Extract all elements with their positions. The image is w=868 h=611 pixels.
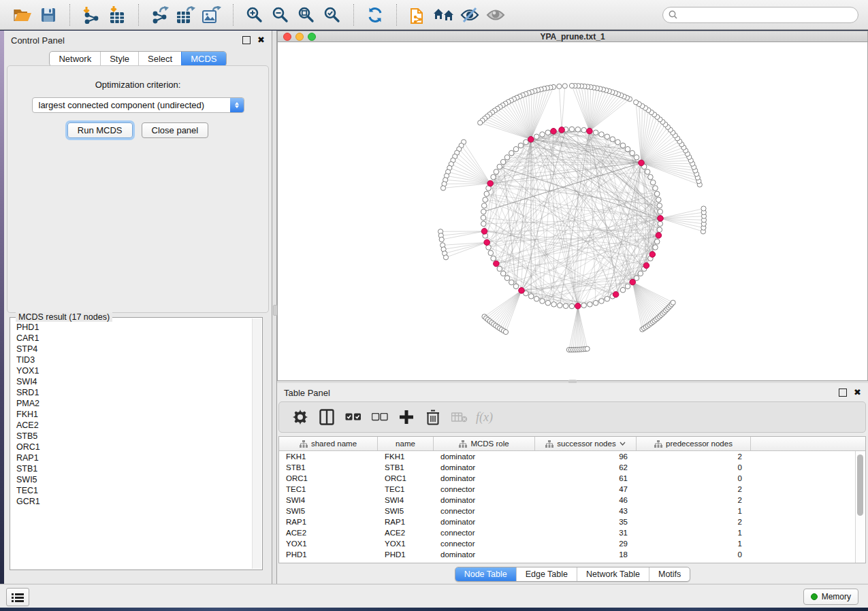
table-cell[interactable]: PHD1 bbox=[378, 550, 434, 559]
delete-table-icon[interactable] bbox=[449, 406, 470, 428]
tab-select[interactable]: Select bbox=[138, 52, 181, 66]
table-cell[interactable]: dominator bbox=[434, 463, 535, 472]
vertical-splitter[interactable] bbox=[272, 31, 277, 584]
search-input[interactable] bbox=[681, 8, 858, 22]
mcds-result-item[interactable]: STB1 bbox=[16, 463, 252, 474]
import-table-icon[interactable] bbox=[104, 3, 130, 27]
table-row[interactable]: ORC1ORC1dominator610 bbox=[279, 473, 856, 484]
zoom-selected-icon[interactable] bbox=[319, 3, 345, 27]
tab-network-table[interactable]: Network Table bbox=[577, 567, 649, 581]
table-cell[interactable]: dominator bbox=[434, 452, 535, 461]
zoom-fit-icon[interactable] bbox=[293, 3, 319, 27]
table-cell[interactable]: SWI4 bbox=[279, 496, 378, 504]
table-cell[interactable]: dominator bbox=[434, 550, 535, 559]
column-header-successor-nodes[interactable]: successor nodes bbox=[535, 437, 637, 450]
delete-column-icon[interactable] bbox=[423, 406, 443, 428]
table-scrollbar[interactable] bbox=[855, 451, 865, 563]
mcds-result-item[interactable]: STB5 bbox=[16, 431, 252, 442]
table-cell[interactable]: 29 bbox=[535, 540, 637, 548]
table-cell[interactable]: 0 bbox=[637, 463, 751, 472]
table-cell[interactable]: 2 bbox=[637, 496, 751, 504]
table-cell[interactable]: ORC1 bbox=[378, 474, 434, 482]
table-cell[interactable]: connector bbox=[434, 485, 535, 493]
mcds-result-item[interactable]: YOX1 bbox=[16, 365, 252, 376]
hide-graphics-details-icon[interactable] bbox=[457, 3, 483, 27]
run-mcds-button[interactable]: Run MCDS bbox=[67, 122, 133, 138]
memory-button[interactable]: Memory bbox=[803, 589, 858, 605]
mcds-result-item[interactable]: GCR1 bbox=[16, 496, 252, 507]
table-cell[interactable]: ACE2 bbox=[378, 529, 434, 537]
table-cell[interactable]: PHD1 bbox=[279, 550, 378, 559]
tab-edge-table[interactable]: Edge Table bbox=[516, 567, 577, 581]
close-panel-icon[interactable]: ✖ bbox=[257, 37, 265, 44]
table-row[interactable]: SWI4SWI4dominator462 bbox=[279, 495, 856, 506]
mcds-result-item[interactable]: FKH1 bbox=[16, 409, 252, 420]
table-cell[interactable]: SWI4 bbox=[378, 496, 434, 504]
table-cell[interactable]: 1 bbox=[637, 507, 751, 515]
mcds-result-list[interactable]: PHD1CAR1STP4TID3YOX1SWI4SRD1PMA2FKH1ACE2… bbox=[11, 322, 252, 569]
select-all-checkboxes-icon[interactable] bbox=[343, 406, 364, 428]
table-cell[interactable]: 2 bbox=[637, 485, 751, 493]
table-cell[interactable]: dominator bbox=[434, 518, 535, 526]
table-row[interactable]: TEC1TEC1connector472 bbox=[279, 484, 856, 495]
mcds-result-item[interactable]: ORC1 bbox=[16, 442, 252, 452]
table-row[interactable]: PHD1PHD1dominator180 bbox=[279, 549, 856, 560]
table-cell[interactable]: 1 bbox=[637, 540, 751, 548]
log-console-button[interactable] bbox=[6, 588, 29, 606]
close-panel-icon[interactable]: ✖ bbox=[854, 389, 861, 396]
mcds-result-item[interactable]: STP4 bbox=[16, 344, 252, 354]
table-cell[interactable]: RAP1 bbox=[279, 518, 378, 526]
table-cell[interactable]: dominator bbox=[434, 474, 535, 482]
table-cell[interactable]: 31 bbox=[535, 529, 637, 537]
table-row[interactable]: FKH1FKH1dominator962 bbox=[279, 451, 856, 462]
table-cell[interactable]: YOX1 bbox=[378, 540, 434, 548]
table-row[interactable]: SWI5SWI5connector431 bbox=[279, 506, 856, 516]
mcds-result-item[interactable]: RAP1 bbox=[16, 452, 252, 463]
deselect-all-checkboxes-icon[interactable] bbox=[370, 406, 390, 428]
column-visibility-icon[interactable] bbox=[317, 406, 337, 428]
tab-motifs[interactable]: Motifs bbox=[649, 567, 690, 581]
table-cell[interactable]: 47 bbox=[535, 485, 637, 493]
mcds-result-item[interactable]: SWI4 bbox=[16, 376, 252, 387]
mcds-result-item[interactable]: ACE2 bbox=[16, 420, 252, 431]
table-cell[interactable]: 1 bbox=[637, 529, 751, 537]
zoom-in-icon[interactable] bbox=[242, 3, 268, 27]
table-row[interactable]: RAP1RAP1dominator352 bbox=[279, 516, 856, 527]
tab-node-table[interactable]: Node Table bbox=[455, 567, 516, 581]
export-table-icon[interactable] bbox=[173, 3, 199, 27]
table-row[interactable]: ACE2ACE2connector311 bbox=[279, 527, 856, 538]
close-panel-button[interactable]: Close panel bbox=[142, 122, 209, 138]
settings-gear-icon[interactable] bbox=[290, 406, 310, 428]
search-field[interactable] bbox=[662, 7, 858, 23]
column-header-shared-name[interactable]: shared name bbox=[279, 437, 378, 450]
column-header-MCDS-role[interactable]: MCDS role bbox=[434, 437, 535, 450]
table-cell[interactable]: RAP1 bbox=[378, 518, 434, 526]
show-graphics-details-icon[interactable] bbox=[483, 3, 509, 27]
save-session-icon[interactable] bbox=[35, 3, 61, 27]
table-cell[interactable]: 2 bbox=[637, 518, 751, 526]
table-cell[interactable]: 46 bbox=[535, 496, 637, 504]
table-cell[interactable]: 61 bbox=[535, 474, 637, 482]
table-row[interactable]: YOX1YOX1connector291 bbox=[279, 538, 856, 549]
table-cell[interactable]: connector bbox=[434, 540, 535, 548]
table-cell[interactable]: TEC1 bbox=[378, 485, 434, 493]
table-cell[interactable]: dominator bbox=[434, 496, 535, 504]
table-scrollbar-thumb[interactable] bbox=[857, 455, 863, 516]
table-cell[interactable]: YOX1 bbox=[279, 540, 378, 548]
column-header-predecessor-nodes[interactable]: predecessor nodes bbox=[637, 437, 751, 450]
table-cell[interactable]: connector bbox=[434, 529, 535, 537]
table-cell[interactable]: STB1 bbox=[279, 463, 378, 472]
table-cell[interactable]: 0 bbox=[637, 550, 751, 559]
network-window-titlebar[interactable]: YPA_prune.txt_1 bbox=[277, 31, 868, 42]
export-image-icon[interactable] bbox=[199, 3, 225, 27]
float-window-icon[interactable] bbox=[242, 36, 251, 44]
mcds-result-item[interactable]: CAR1 bbox=[16, 333, 252, 344]
mcds-result-item[interactable]: SRD1 bbox=[16, 387, 252, 398]
table-cell[interactable]: 2 bbox=[637, 452, 751, 461]
table-cell[interactable]: connector bbox=[434, 507, 535, 515]
export-network-icon[interactable] bbox=[147, 3, 173, 27]
table-cell[interactable]: ORC1 bbox=[279, 474, 378, 482]
float-window-icon[interactable] bbox=[839, 389, 847, 397]
tab-mcds[interactable]: MCDS bbox=[181, 52, 225, 66]
refresh-icon[interactable] bbox=[362, 3, 388, 27]
